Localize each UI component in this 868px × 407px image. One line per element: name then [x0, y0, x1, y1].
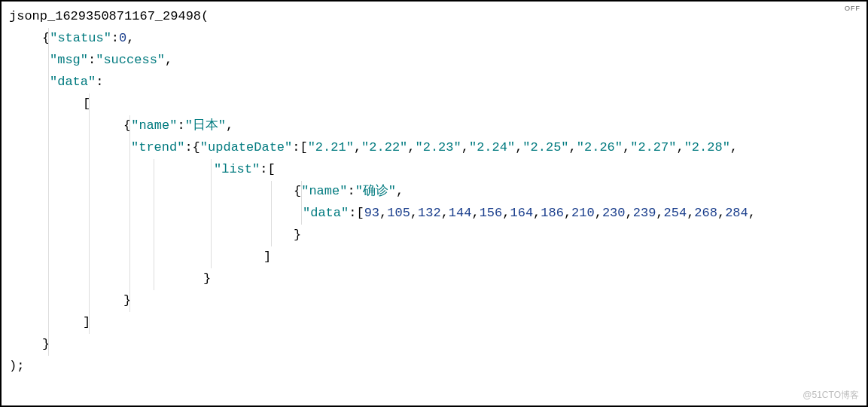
json-number: 0 [119, 31, 126, 45]
code-line: {"status":0, [9, 28, 859, 50]
punct-open-paren: ( [201, 9, 209, 23]
json-key: "updateDate" [200, 140, 292, 155]
code-line: ] [9, 246, 859, 268]
json-string: "确诊" [355, 184, 396, 198]
code-line: } [9, 334, 859, 356]
data-number-array: 93,105,132,144,156,164,186,210,230,239,2… [364, 206, 756, 220]
json-key: "trend" [131, 140, 184, 155]
code-line: } [9, 225, 859, 246]
json-key: "list" [214, 162, 260, 176]
code-line: jsonp_1629350871167_29498( [9, 6, 859, 28]
watermark-text: @51CTO博客 [803, 387, 859, 402]
code-line: "data": [9, 72, 859, 93]
punct-bracket-close: ] [263, 249, 271, 264]
code-line: ); [9, 356, 859, 378]
punct-brace-close: } [294, 228, 301, 242]
json-key: "name" [131, 118, 177, 133]
code-line: ] [9, 312, 859, 334]
code-line: } [9, 290, 859, 312]
code-line: {"name":"日本", [9, 115, 859, 137]
code-line: "list":[ [9, 159, 859, 181]
json-key: "data" [50, 75, 96, 89]
code-line: "trend":{"updateDate":["2.21","2.22","2.… [9, 137, 859, 159]
json-key: "msg" [50, 53, 88, 67]
punct-close-paren: ); [9, 359, 24, 373]
code-line: "msg":"success", [9, 50, 859, 72]
json-viewer-frame: OFF jsonp_1629350871167_29498( {"status"… [0, 0, 868, 407]
code-line: } [9, 268, 859, 290]
json-string: "日本" [185, 118, 226, 133]
code-line: {"name":"确诊", [9, 181, 859, 203]
code-line: "data":[93,105,132,144,156,164,186,210,2… [9, 203, 859, 225]
jsonp-fn-name: jsonp_1629350871167_29498 [9, 9, 201, 23]
json-string: "success" [96, 53, 165, 67]
update-date-array: "2.21","2.22","2.23","2.24","2.25","2.26… [308, 140, 738, 155]
punct-brace-close: } [203, 271, 211, 286]
code-line: [ [9, 93, 859, 115]
json-key: "name" [301, 184, 347, 198]
json-key: "data" [303, 206, 349, 220]
json-key: "status" [50, 31, 111, 45]
